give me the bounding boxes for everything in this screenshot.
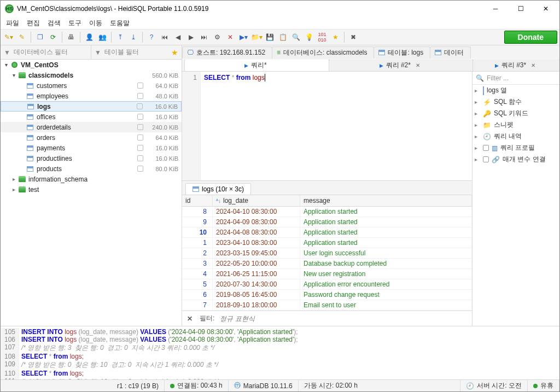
column-header-message[interactable]: message xyxy=(300,195,472,207)
tab-query-3[interactable]: ▶쿼리 #3*✕ xyxy=(472,60,559,71)
tree-database-information_schema[interactable]: information_schema xyxy=(1,174,182,184)
tree-table-customers[interactable]: customers64.0 KiB xyxy=(1,80,182,91)
column-header-id[interactable]: id xyxy=(182,195,213,207)
cell-message[interactable]: Application started xyxy=(300,207,472,217)
gear-icon[interactable]: ⚙ xyxy=(211,31,223,43)
helper-item-chart[interactable]: ▸▥쿼리 프로필 xyxy=(472,142,559,154)
cancel-icon[interactable]: ✖ xyxy=(347,31,359,43)
cell-date[interactable]: 2024-04-08 08:30:00 xyxy=(213,227,300,238)
cell-id[interactable]: 10 xyxy=(182,227,213,238)
tree-table-logs[interactable]: logs16.0 KiB xyxy=(1,101,182,112)
tree-database[interactable]: classicmodels 560.0 KiB xyxy=(1,70,182,80)
folder-icon[interactable]: 📁▾ xyxy=(250,31,262,43)
tab-database[interactable]: ≡데이터베이스: classicmodels xyxy=(272,46,374,58)
helper-filter[interactable]: 🔍 Filter ... xyxy=(472,72,559,85)
tree-table-orders[interactable]: orders64.0 KiB xyxy=(1,132,182,143)
tab-table[interactable]: 테이블: logs xyxy=(374,46,430,58)
menu-edit[interactable]: 편집 xyxy=(24,17,43,29)
tree-table-products[interactable]: products80.0 KiB xyxy=(1,163,182,174)
donate-button[interactable]: Donate xyxy=(504,31,557,44)
new-window-icon[interactable]: ❐ xyxy=(34,31,46,43)
close-tab-icon[interactable]: ✕ xyxy=(416,62,420,68)
cell-message[interactable]: Application started xyxy=(300,238,472,248)
minimize-button[interactable]: ─ xyxy=(483,1,508,17)
help-icon[interactable]: ? xyxy=(145,31,158,43)
cell-date[interactable]: 2024-04-10 08:30:00 xyxy=(213,207,300,217)
run-icon[interactable]: ▶▾ xyxy=(237,31,249,43)
tab-host[interactable]: 🖵호스트: 192.168.91.152 xyxy=(182,46,272,58)
export-icon[interactable]: ⤓ xyxy=(127,31,139,43)
helper-item-folder[interactable]: ▸📁스니펫 xyxy=(472,119,559,131)
helper-item-link[interactable]: ▸🔗매개 변수 연결 xyxy=(472,154,559,165)
user-icon[interactable]: 👤 xyxy=(83,31,95,43)
menu-help[interactable]: 도움말 xyxy=(107,17,133,29)
result-tab[interactable]: logs (10r × 3c) xyxy=(185,183,251,195)
cell-message[interactable]: Application error encountered xyxy=(300,279,472,290)
cell-message[interactable]: Email sent to user xyxy=(300,300,472,311)
cell-message[interactable]: Application started xyxy=(300,217,472,227)
users-icon[interactable]: 👥 xyxy=(96,31,108,43)
binary-icon[interactable]: 101010 xyxy=(316,31,328,43)
cell-date[interactable]: 2022-05-20 10:00:00 xyxy=(213,259,300,269)
star-icon[interactable]: ★ xyxy=(171,48,178,57)
cell-message[interactable]: Application started xyxy=(300,227,472,238)
tree-database-test[interactable]: test xyxy=(1,184,182,195)
result-grid[interactable]: idᴬ↓log_datemessage82024-04-10 08:30:00A… xyxy=(182,195,472,311)
cell-message[interactable]: Password change request xyxy=(300,290,472,300)
cell-id[interactable]: 6 xyxy=(182,290,213,300)
checkbox[interactable] xyxy=(137,166,143,172)
first-icon[interactable]: ⏮ xyxy=(159,31,171,43)
cell-date[interactable]: 2019-08-05 16:45:00 xyxy=(213,290,300,300)
result-filter-input[interactable] xyxy=(220,315,469,323)
prev-icon[interactable]: ◀ xyxy=(172,31,184,43)
helper-item-clock[interactable]: ▸🕘쿼리 내역 xyxy=(472,131,559,142)
cell-message[interactable]: User login successful xyxy=(300,248,472,259)
checkbox[interactable] xyxy=(483,145,489,151)
cell-id[interactable]: 8 xyxy=(182,207,213,217)
checkbox[interactable] xyxy=(483,156,489,162)
cell-id[interactable]: 5 xyxy=(182,279,213,290)
checkbox[interactable] xyxy=(137,134,143,141)
db-filter[interactable]: ▼ 데이터베이스 필터 xyxy=(1,45,91,59)
sql-log[interactable]: 105INSERT INTO logs (log_date, message) … xyxy=(1,326,559,379)
next-icon[interactable]: ▶ xyxy=(185,31,197,43)
tab-query-1[interactable]: ▶쿼리* xyxy=(184,60,329,71)
cell-id[interactable]: 7 xyxy=(182,300,213,311)
cell-id[interactable]: 9 xyxy=(182,217,213,227)
table-filter[interactable]: ▼ 테이블 필터 ★ xyxy=(91,45,182,59)
checkbox[interactable] xyxy=(137,155,143,161)
cell-id[interactable]: 2 xyxy=(182,248,213,259)
column-header-log_date[interactable]: ᴬ↓log_date xyxy=(213,195,300,207)
cell-date[interactable]: 2018-09-10 18:00:00 xyxy=(213,300,300,311)
cell-date[interactable]: 2024-04-09 08:30:00 xyxy=(213,217,300,227)
cell-date[interactable]: 2021-06-25 11:15:00 xyxy=(213,269,300,279)
close-tab-icon[interactable]: ✕ xyxy=(531,62,535,68)
clear-filter-icon[interactable]: ✕ xyxy=(185,315,194,323)
menu-file[interactable]: 파일 xyxy=(3,17,22,29)
pencil-icon[interactable]: ✎ xyxy=(16,31,28,43)
tab-data[interactable]: 데이터 xyxy=(430,46,471,58)
helper-item-bolt[interactable]: ▸⚡SQL 함수 xyxy=(472,96,559,108)
search-icon[interactable]: 🔍 xyxy=(290,31,302,43)
tree-table-payments[interactable]: payments16.0 KiB xyxy=(1,143,182,153)
cell-id[interactable]: 1 xyxy=(182,238,213,248)
close-button[interactable]: ✕ xyxy=(533,1,558,17)
cell-date[interactable]: 2023-03-15 09:45:00 xyxy=(213,248,300,259)
tree-table-orderdetails[interactable]: orderdetails240.0 KiB xyxy=(1,122,182,132)
menu-search[interactable]: 검색 xyxy=(44,17,64,29)
cell-message[interactable]: New user registration xyxy=(300,269,472,279)
stop-icon[interactable]: ✕ xyxy=(224,31,236,43)
cell-message[interactable]: Database backup completed xyxy=(300,259,472,269)
last-icon[interactable]: ⏭ xyxy=(198,31,210,43)
tree-table-offices[interactable]: offices16.0 KiB xyxy=(1,112,182,122)
cell-date[interactable]: 2020-07-30 14:30:00 xyxy=(213,279,300,290)
cell-date[interactable]: 2023-04-10 08:30:00 xyxy=(213,238,300,248)
checkbox[interactable] xyxy=(137,93,143,99)
helper-item-key[interactable]: ▸🔑SQL 키워드 xyxy=(472,108,559,119)
wand-icon[interactable]: ✎▾ xyxy=(3,31,15,43)
sql-editor[interactable]: 1 SELECT * from logs xyxy=(182,72,472,180)
save-icon[interactable]: 💾 xyxy=(264,31,276,43)
helper-item-tbl[interactable]: ▸logs 열 xyxy=(472,85,559,96)
checkbox[interactable] xyxy=(137,114,143,120)
tab-query-2[interactable]: ▶쿼리 #2*✕ xyxy=(329,60,474,71)
